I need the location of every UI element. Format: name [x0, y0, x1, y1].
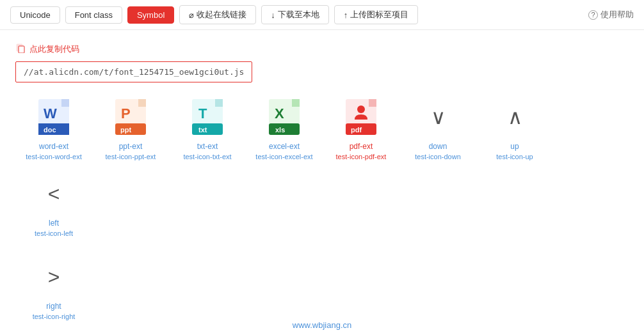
svg-point-27 [357, 105, 365, 113]
svg-text:txt: txt [198, 126, 207, 134]
tab-symbol[interactable]: Symbol [127, 6, 174, 24]
code-box[interactable]: //at.alicdn.com/t/font_1254715_oew1gci0u… [15, 61, 252, 82]
left-visual: < [35, 175, 73, 213]
watermark: www.wbjiang.cn [0, 320, 644, 330]
svg-rect-9 [138, 99, 146, 107]
svg-text:ppt: ppt [120, 126, 131, 134]
copy-code-text: 点此复制代码 [29, 43, 79, 55]
svg-rect-24 [369, 99, 376, 107]
help-label: 使用帮助 [600, 9, 634, 20]
copy-code-link[interactable]: 点此复制代码 [15, 43, 629, 55]
svg-rect-3 [61, 99, 69, 107]
collect-online-label: 收起在线链接 [197, 9, 246, 20]
svg-text:X: X [275, 105, 284, 121]
icon-item-txt-ext[interactable]: txt T txt-ext test-icon-txt-ext [169, 98, 246, 162]
word-ext-label: word-ext test-icon-word-ext [26, 141, 81, 162]
svg-rect-1 [19, 46, 24, 53]
chevron-right-icon: > [48, 267, 60, 287]
right-visual: > [35, 258, 73, 296]
icons-grid: doc W word-ext test-icon-word-ext ppt [15, 98, 629, 335]
down-label: down test-icon-down [415, 141, 461, 162]
up-visual: ∧ [495, 98, 534, 136]
help-circle-icon: ? [588, 10, 598, 20]
svg-text:T: T [198, 105, 207, 121]
upload-icon: ↑ [344, 10, 348, 20]
collect-online-button[interactable]: ⌀ 收起在线链接 [179, 5, 256, 24]
upload-project-button[interactable]: ↑ 上传图标至项目 [334, 5, 419, 24]
ppt-ext-label: ppt-ext test-icon-ppt-ext [106, 141, 156, 162]
icon-item-left[interactable]: < left test-icon-left [15, 175, 92, 238]
down-visual: ∨ [419, 98, 457, 136]
upload-project-label: 上传图标至项目 [350, 9, 408, 20]
copy-file-icon [15, 43, 26, 55]
watermark-text: www.wbjiang.cn [293, 320, 352, 330]
chevron-up-icon: ∧ [508, 107, 522, 127]
copy-code-section: 点此复制代码 //at.alicdn.com/t/font_1254715_oe… [15, 43, 629, 82]
icon-item-up[interactable]: ∧ up test-icon-up [476, 98, 553, 162]
svg-rect-14 [215, 99, 223, 107]
txt-ext-label: txt-ext test-icon-txt-ext [183, 141, 231, 162]
svg-text:P: P [121, 105, 131, 121]
icon-item-pdf-ext[interactable]: pdf pdf-ext test-icon-pdf-ext [323, 98, 399, 162]
right-label: right test-icon-right [33, 301, 76, 322]
svg-text:W: W [44, 105, 57, 121]
pdf-ext-label: pdf-ext test-icon-pdf-ext [336, 141, 387, 162]
pdf-ext-visual: pdf [342, 98, 380, 136]
icon-item-word-ext[interactable]: doc W word-ext test-icon-word-ext [15, 98, 92, 162]
icon-item-excel-ext[interactable]: xls X excel-ext test-icon-excel-ext [246, 98, 323, 162]
toolbar: Unicode Font class Symbol ⌀ 收起在线链接 ↓ 下载至… [0, 0, 644, 30]
code-value: //at.alicdn.com/t/font_1254715_oew1gci0u… [24, 67, 244, 77]
svg-rect-19 [292, 99, 300, 107]
svg-text:doc: doc [44, 126, 56, 134]
icon-item-ppt-ext[interactable]: ppt P ppt-ext test-icon-ppt-ext [92, 98, 169, 162]
chevron-down-icon: ∨ [431, 107, 446, 127]
main-content: 点此复制代码 //at.alicdn.com/t/font_1254715_oe… [0, 30, 644, 335]
up-label: up test-icon-up [496, 141, 533, 162]
icon-item-right[interactable]: > right test-icon-right [15, 258, 92, 322]
svg-rect-15 [192, 123, 223, 135]
txt-ext-visual: txt T [188, 98, 227, 136]
download-local-label: 下载至本地 [278, 9, 319, 20]
tab-unicode[interactable]: Unicode [10, 6, 60, 24]
chevron-left-icon: < [48, 183, 60, 204]
download-local-button[interactable]: ↓ 下载至本地 [261, 5, 329, 24]
svg-text:pdf: pdf [351, 126, 362, 134]
download-icon: ↓ [271, 10, 275, 20]
help-button[interactable]: ? 使用帮助 [588, 9, 634, 20]
word-ext-visual: doc W [35, 98, 73, 136]
excel-ext-visual: xls X [265, 98, 303, 136]
left-label: left test-icon-left [35, 218, 73, 238]
link-icon: ⌀ [189, 10, 194, 20]
tab-fontclass[interactable]: Font class [65, 6, 122, 24]
excel-ext-label: excel-ext test-icon-excel-ext [255, 141, 312, 162]
icon-item-down[interactable]: ∨ down test-icon-down [399, 98, 476, 162]
ppt-ext-visual: ppt P [111, 98, 150, 136]
svg-text:xls: xls [275, 126, 285, 134]
